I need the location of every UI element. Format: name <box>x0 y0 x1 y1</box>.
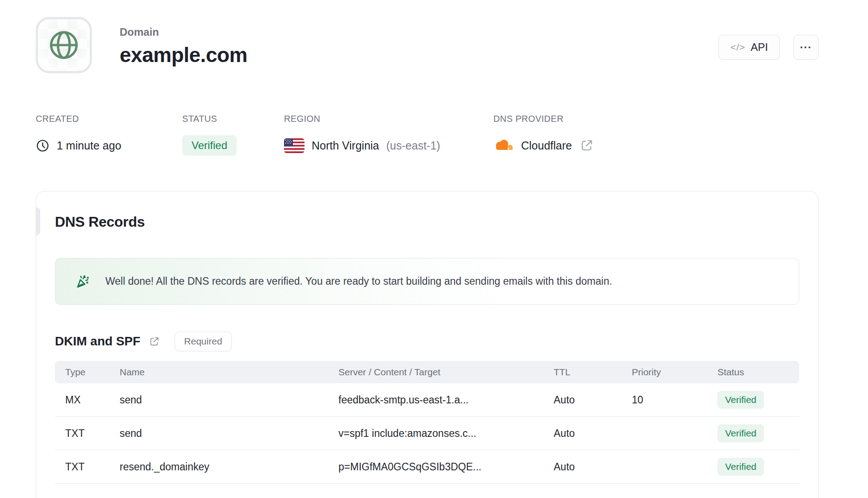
verification-success-banner: Well done! All the DNS records are verif… <box>55 258 799 305</box>
col-status: Status <box>718 367 799 378</box>
created-value: 1 minute ago <box>57 139 121 152</box>
meta-dns-provider: DNS PROVIDER Cloudflare <box>493 114 594 156</box>
col-name: Name <box>120 367 338 378</box>
api-button-label: API <box>751 41 768 54</box>
col-type: Type <box>65 367 120 378</box>
globe-icon <box>47 29 80 62</box>
api-button[interactable]: </> API <box>718 35 780 60</box>
col-content: Server / Content / Target <box>338 367 554 378</box>
cell-name: send <box>120 427 338 440</box>
meta-created: CREATED 1 minute ago <box>36 114 121 156</box>
banner-message: Well done! All the DNS records are verif… <box>105 275 612 287</box>
cell-content: p=MIGfMA0GCSqGSIb3DQE... <box>338 461 554 473</box>
cell-name: resend._domainkey <box>120 461 338 473</box>
region-code: (us-east-1) <box>386 139 440 152</box>
party-popper-icon <box>74 273 91 290</box>
cell-ttl: Auto <box>554 394 632 406</box>
dns-provider-value: Cloudflare <box>521 139 572 152</box>
cell-content: v=spf1 include:amazonses.c... <box>338 427 554 440</box>
cell-ttl: Auto <box>554 461 632 473</box>
meta-status: STATUS Verified <box>182 114 237 156</box>
record-status-badge: Verified <box>718 424 764 442</box>
table-row: TXT send v=spf1 include:amazonses.c... A… <box>55 417 799 450</box>
page-type-label: Domain <box>120 26 247 38</box>
dns-provider-label: DNS PROVIDER <box>493 114 594 124</box>
domain-avatar <box>36 17 92 73</box>
cell-priority: 10 <box>632 394 718 406</box>
dkim-spf-title: DKIM and SPF <box>55 334 140 349</box>
dns-records-title: DNS Records <box>55 214 799 230</box>
cell-ttl: Auto <box>554 427 632 440</box>
region-label: REGION <box>284 114 440 124</box>
status-badge: Verified <box>182 135 237 156</box>
external-link-icon[interactable] <box>148 336 160 348</box>
table-row: TXT resend._domainkey p=MIGfMA0GCSqGSIb3… <box>55 450 799 484</box>
cell-content: feedback-smtp.us-east-1.a... <box>338 394 554 406</box>
code-icon: </> <box>730 42 745 53</box>
table-header-row: Type Name Server / Content / Target TTL … <box>55 361 799 383</box>
status-label: STATUS <box>182 114 237 124</box>
clock-icon <box>36 139 50 153</box>
more-options-button[interactable]: ··· <box>793 35 818 60</box>
record-status-badge: Verified <box>718 391 764 409</box>
table-row: MX send feedback-smtp.us-east-1.a... Aut… <box>55 383 799 417</box>
region-value: North Virginia <box>312 139 379 152</box>
col-priority: Priority <box>632 367 718 378</box>
cell-type: TXT <box>65 461 120 473</box>
us-flag-icon <box>284 138 305 153</box>
ellipsis-icon: ··· <box>800 41 812 54</box>
cell-name: send <box>120 394 338 406</box>
meta-region: REGION <box>284 114 440 156</box>
record-status-badge: Verified <box>718 458 764 476</box>
required-badge: Required <box>175 332 231 351</box>
created-label: CREATED <box>36 114 121 124</box>
cloudflare-icon <box>493 138 514 153</box>
page-title: example.com <box>120 43 247 67</box>
card-scroll-indicator <box>36 208 40 235</box>
cell-type: TXT <box>65 427 120 440</box>
col-ttl: TTL <box>554 367 632 378</box>
dns-records-card: DNS Records Well done! All the DNS recor… <box>36 191 818 498</box>
external-link-icon[interactable] <box>579 138 594 153</box>
cell-type: MX <box>65 394 120 406</box>
dns-records-table: Type Name Server / Content / Target TTL … <box>55 361 799 484</box>
domain-meta-row: CREATED 1 minute ago STATUS Verified REG… <box>0 114 868 154</box>
